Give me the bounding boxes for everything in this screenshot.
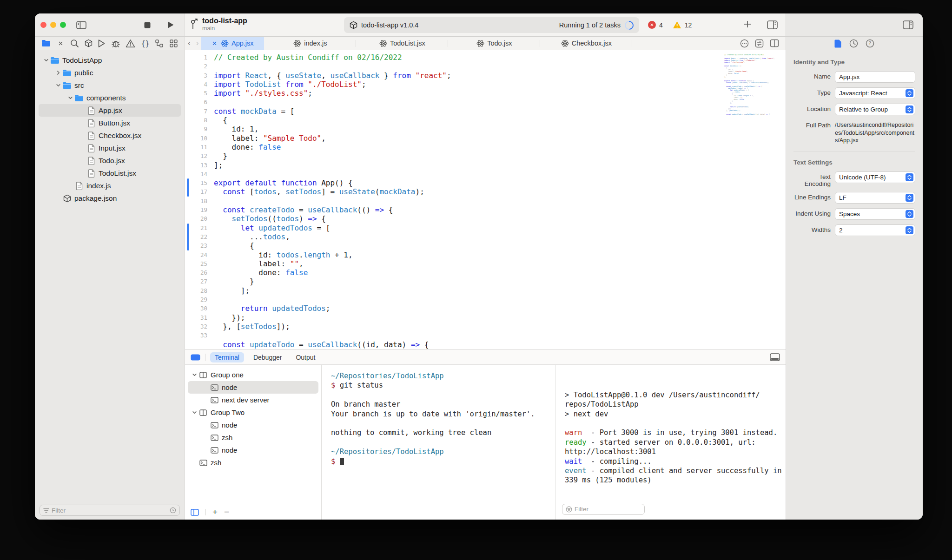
hide-utility-panel-icon[interactable]: [770, 353, 780, 361]
add-button[interactable]: [743, 20, 752, 29]
inspector-toolbar: ?: [786, 37, 923, 50]
terminal-session-node[interactable]: node: [188, 444, 318, 456]
toggle-editor-layout-icon[interactable]: [767, 20, 778, 29]
disclosure-chevron-icon[interactable]: [54, 70, 62, 75]
code-content[interactable]: // Created by Austin Condiff on 02/16/20…: [214, 53, 451, 349]
terminal-session-next-dev-server[interactable]: next dev server: [188, 394, 318, 406]
editor-tab-Todo.jsx[interactable]: Todo.jsx: [448, 37, 540, 50]
navigator-tab-search-icon[interactable]: [70, 39, 79, 48]
terminal-pane-left[interactable]: ~/Repositories/TodoListApp$ git status O…: [322, 365, 555, 520]
file-tree-item-Input.jsx[interactable]: Input.jsx: [39, 142, 181, 154]
tab-overflow-icon[interactable]: [740, 39, 749, 48]
navigator-tab-folder-icon[interactable]: [41, 40, 51, 47]
terminal-session-Group-one[interactable]: Group one: [188, 369, 318, 381]
navigator-tab-bug-icon[interactable]: [111, 39, 120, 48]
help-inspector-icon[interactable]: ?: [866, 39, 874, 48]
clock-icon[interactable]: [170, 507, 176, 514]
terminal-session-zsh[interactable]: zsh: [188, 456, 318, 469]
utility-tab-terminal[interactable]: Terminal: [210, 352, 244, 362]
package-icon: [350, 21, 357, 29]
close-tab-icon[interactable]: ✕: [212, 40, 217, 47]
react-file-icon: [379, 40, 387, 47]
disclosure-chevron-icon[interactable]: [191, 372, 198, 377]
disclosure-chevron-icon[interactable]: [42, 58, 50, 63]
select-stepper-icon: [906, 226, 913, 234]
utility-tab-output[interactable]: Output: [291, 352, 320, 362]
file-tree-item-src[interactable]: src: [39, 79, 181, 92]
terminal-session-node[interactable]: node: [188, 381, 318, 394]
terminal-cursor: [340, 458, 344, 465]
code-editor[interactable]: 1234567891011121314151718192021222324252…: [185, 50, 786, 349]
minimap[interactable]: // Created by Austin Condiff on 02/16/20…: [724, 54, 781, 115]
editor-tab-Checkbox.jsx[interactable]: Checkbox.jsx: [540, 37, 632, 50]
widths-select[interactable]: 2: [835, 224, 915, 236]
utility-tab-debugger[interactable]: Debugger: [249, 352, 287, 362]
indent-using-select[interactable]: Spaces: [835, 208, 915, 220]
remove-session-button[interactable]: −: [224, 507, 229, 517]
error-badge-icon: ✕: [648, 21, 656, 29]
file-tree-item-index.js[interactable]: index.js: [39, 179, 181, 192]
toolbar-right: [786, 13, 923, 36]
name-input[interactable]: App.jsx: [835, 71, 915, 83]
disclosure-chevron-icon[interactable]: [54, 83, 62, 88]
file-tree-item-TodoList.jsx[interactable]: TodoList.jsx: [39, 167, 181, 179]
panel-drawer-icon[interactable]: [191, 354, 200, 361]
sessions-bottom-bar: + −: [185, 505, 321, 520]
type-select[interactable]: Javascript: React: [835, 87, 915, 99]
navigator-tab-grid-icon[interactable]: [169, 39, 178, 48]
toggle-sessions-sidebar-icon[interactable]: [191, 509, 199, 516]
swap-file-icon[interactable]: [755, 39, 764, 48]
editor-tab-index.js[interactable]: index.js: [264, 37, 356, 50]
file-tree-item-package.json[interactable]: package.json: [39, 192, 181, 204]
file-tree-item-public[interactable]: public: [39, 66, 181, 79]
full-path-value: /Users/austincondiff/Repositories/TodoLi…: [835, 120, 915, 145]
navigator-tab-warning-icon[interactable]: [126, 39, 135, 48]
location-select[interactable]: Relative to Group: [835, 104, 915, 115]
session-label: Group one: [211, 371, 244, 379]
navigator-tab-braces-icon[interactable]: {}: [141, 39, 150, 48]
terminal-pane-right[interactable]: > TodoListApp@0.1.0 dev /Users/austincon…: [555, 365, 786, 520]
back-button[interactable]: ‹: [185, 37, 193, 50]
terminal-session-Group-Two[interactable]: Group Two: [188, 406, 318, 419]
file-tree-item-App.jsx[interactable]: App.jsx: [39, 104, 181, 117]
terminal-session-zsh[interactable]: zsh: [188, 431, 318, 444]
navigator-tab-run-icon[interactable]: [98, 39, 106, 48]
run-button[interactable]: [167, 21, 174, 29]
file-tree-label: src: [74, 81, 84, 90]
file-tree-item-Todo.jsx[interactable]: Todo.jsx: [39, 154, 181, 167]
stop-button[interactable]: [144, 22, 151, 28]
file-tree-item-TodoListApp[interactable]: TodoListApp: [39, 54, 181, 66]
folder-icon: [50, 57, 60, 64]
navigator-tab-source-control-icon[interactable]: [56, 39, 65, 48]
navigator-tab-hierarchy-icon[interactable]: [155, 39, 164, 48]
navigator-filter-input[interactable]: Filter: [40, 505, 180, 516]
forward-button[interactable]: ›: [193, 37, 202, 50]
issue-badges[interactable]: ✕ 4 12: [648, 21, 692, 29]
toggle-left-sidebar-icon[interactable]: [76, 21, 86, 29]
close-window-button[interactable]: [40, 22, 46, 28]
disclosure-chevron-icon[interactable]: [191, 410, 198, 415]
inspector-field-label: Location: [793, 104, 831, 112]
terminal-filter-input[interactable]: Filter: [562, 504, 645, 515]
toggle-inspector-icon[interactable]: [903, 20, 913, 29]
editor-tab-TodoList.jsx[interactable]: TodoList.jsx: [356, 37, 448, 50]
line-endings-select[interactable]: LF: [835, 192, 915, 204]
minimize-window-button[interactable]: [50, 22, 56, 28]
session-label: Group Two: [211, 408, 245, 416]
file-tree-item-Button.jsx[interactable]: Button.jsx: [39, 117, 181, 129]
file-tree-label: components: [86, 94, 126, 102]
terminal-session-node[interactable]: node: [188, 419, 318, 431]
disclosure-chevron-icon[interactable]: [66, 95, 74, 100]
file-inspector-icon[interactable]: [834, 39, 842, 48]
file-tree-item-components[interactable]: components: [39, 92, 181, 104]
scheme-status-pill[interactable]: todo-list-app v1.0.4 Running 1 of 2 task…: [344, 17, 639, 33]
text-encoding-select[interactable]: Unicode (UTF-8): [835, 171, 915, 183]
editor-tab-App.jsx[interactable]: ✕App.jsx: [201, 37, 264, 50]
file-tree-item-Checkbox.jsx[interactable]: Checkbox.jsx: [39, 129, 181, 142]
project-name: todo-list-app: [202, 17, 247, 25]
add-session-button[interactable]: +: [212, 507, 218, 517]
split-editor-icon[interactable]: [770, 39, 779, 47]
navigator-tab-package-icon[interactable]: [85, 39, 93, 47]
history-inspector-icon[interactable]: [849, 39, 858, 48]
zoom-window-button[interactable]: [60, 22, 66, 28]
